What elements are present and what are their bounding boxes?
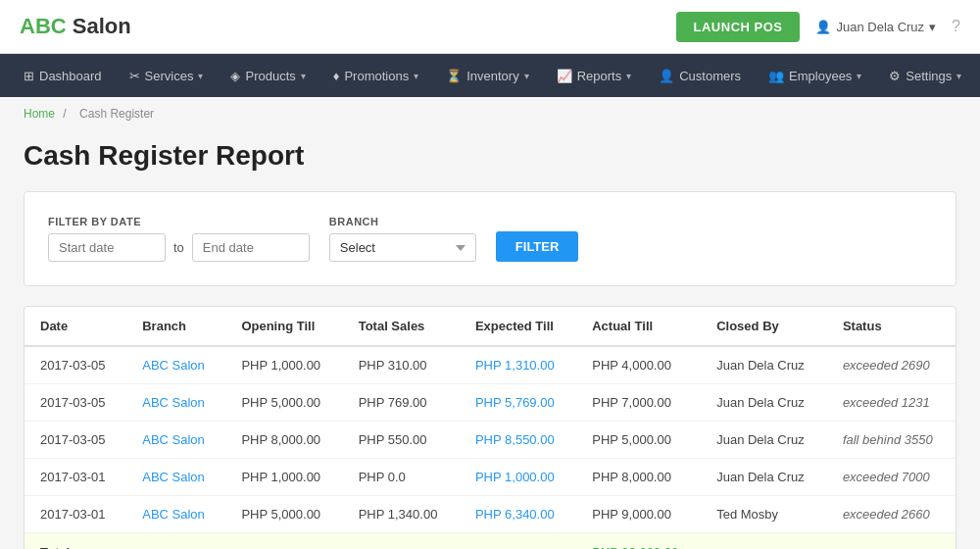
nav-item-products[interactable]: ◈ Products ▾	[217, 54, 318, 97]
cell-sales: PHP 310.00	[343, 346, 460, 384]
user-arrow-icon: ▾	[929, 20, 936, 34]
cell-actual: PHP 7,000.00	[576, 384, 701, 422]
nav-item-services[interactable]: ✂ Services ▾	[116, 54, 218, 97]
date-filter-label: FILTER BY DATE	[48, 216, 310, 227]
nav-item-dashboard[interactable]: ⊞ Dashboard	[10, 54, 116, 97]
start-date-input[interactable]	[48, 233, 166, 262]
col-header-expected: Expected Till	[460, 307, 576, 346]
cell-branch: ABC Salon	[126, 459, 225, 496]
total-label: Total	[24, 533, 126, 550]
cell-opening: PHP 8,000.00	[225, 422, 342, 459]
cell-date: 2017-03-05	[24, 422, 126, 459]
cell-opening: PHP 1,000.00	[225, 459, 342, 496]
table-card: Date Branch Opening Till Total Sales Exp…	[24, 306, 956, 549]
customers-icon: 👤	[659, 69, 674, 83]
breadcrumb-separator: /	[63, 107, 66, 121]
cell-actual: PHP 4,000.00	[576, 346, 701, 384]
cell-date: 2017-03-05	[24, 346, 126, 384]
col-header-date: Date	[24, 307, 126, 346]
table-row: 2017-03-05 ABC Salon PHP 5,000.00 PHP 76…	[24, 384, 956, 422]
nav-label-products: Products	[245, 69, 295, 83]
cell-actual: PHP 8,000.00	[576, 459, 701, 496]
topbar-right: LAUNCH POS 👤 Juan Dela Cruz ▾ ?	[676, 12, 960, 42]
cell-closed-by: Juan Dela Cruz	[701, 346, 827, 384]
chevron-down-icon: ▾	[857, 71, 861, 81]
breadcrumb-home[interactable]: Home	[24, 107, 55, 121]
date-filter-group: FILTER BY DATE to	[48, 216, 310, 262]
nav-label-settings: Settings	[906, 69, 952, 83]
cell-status: fall behind 3550	[827, 422, 956, 459]
total-empty-4	[460, 533, 576, 550]
cell-branch: ABC Salon	[126, 384, 225, 422]
cell-branch: ABC Salon	[126, 422, 225, 459]
cell-sales: PHP 1,340.00	[343, 496, 460, 533]
cell-branch: ABC Salon	[126, 496, 225, 533]
table-row: 2017-03-05 ABC Salon PHP 1,000.00 PHP 31…	[24, 346, 956, 384]
nav-item-customers[interactable]: 👤 Customers	[645, 54, 755, 97]
cell-status: exceeded 2660	[827, 496, 956, 533]
cell-expected: PHP 5,769.00	[460, 384, 576, 422]
nav-label-services: Services	[145, 69, 194, 83]
logo: ABC Salon	[20, 14, 131, 39]
products-icon: ◈	[230, 69, 240, 83]
help-icon[interactable]: ?	[952, 18, 960, 35]
cell-actual: PHP 9,000.00	[576, 496, 701, 533]
cell-actual: PHP 5,000.00	[576, 422, 701, 459]
branch-filter-label: BRANCH	[329, 216, 476, 227]
user-menu[interactable]: 👤 Juan Dela Cruz ▾	[815, 20, 936, 34]
nav-item-employees[interactable]: 👥 Employees ▾	[755, 54, 875, 97]
cell-status: exceeded 7000	[827, 459, 956, 496]
main-content: FILTER BY DATE to BRANCH Select ABC Salo…	[0, 191, 980, 549]
logo-salon: Salon	[67, 14, 131, 38]
logo-abc: ABC	[20, 14, 67, 38]
total-value: PHP 33,000.00	[576, 533, 701, 550]
chevron-down-icon: ▾	[524, 71, 529, 81]
total-empty-1	[126, 533, 225, 550]
nav-item-reports[interactable]: 📈 Reports ▾	[543, 54, 646, 97]
promotions-icon: ♦	[333, 69, 340, 83]
cell-expected: PHP 1,000.00	[460, 459, 576, 496]
cell-expected: PHP 8,550.00	[460, 422, 576, 459]
cell-opening: PHP 5,000.00	[225, 384, 342, 422]
launch-pos-button[interactable]: LAUNCH POS	[676, 12, 801, 42]
reports-icon: 📈	[557, 69, 572, 83]
cell-sales: PHP 550.00	[343, 422, 460, 459]
nav-item-settings[interactable]: ⚙ Settings ▾	[875, 54, 975, 97]
date-range: to	[48, 233, 310, 262]
total-empty-6	[827, 533, 956, 550]
cell-opening: PHP 1,000.00	[225, 346, 342, 384]
branch-select[interactable]: Select ABC Salon	[329, 233, 476, 262]
cell-closed-by: Juan Dela Cruz	[701, 384, 827, 422]
col-header-opening: Opening Till	[225, 307, 342, 346]
nav-label-reports: Reports	[577, 69, 622, 83]
branch-filter-group: BRANCH Select ABC Salon	[329, 216, 476, 262]
services-icon: ✂	[129, 69, 140, 83]
end-date-input[interactable]	[192, 233, 310, 262]
filter-button[interactable]: FILTER	[496, 231, 579, 262]
nav-item-inventory[interactable]: ⏳ Inventory ▾	[432, 54, 542, 97]
total-empty-3	[343, 533, 460, 550]
navbar: ⊞ Dashboard ✂ Services ▾ ◈ Products ▾ ♦ …	[0, 54, 980, 97]
chevron-down-icon: ▾	[414, 71, 418, 81]
cell-closed-by: Juan Dela Cruz	[701, 459, 827, 496]
employees-icon: 👥	[768, 69, 784, 83]
cell-status: exceeded 1231	[827, 384, 956, 422]
chevron-down-icon: ▾	[626, 71, 631, 81]
cell-opening: PHP 5,000.00	[225, 496, 342, 533]
breadcrumb: Home / Cash Register	[0, 97, 980, 130]
table-row: 2017-03-01 ABC Salon PHP 1,000.00 PHP 0.…	[24, 459, 956, 496]
chevron-down-icon: ▾	[301, 71, 306, 81]
cell-sales: PHP 769.00	[343, 384, 460, 422]
table-row: 2017-03-05 ABC Salon PHP 8,000.00 PHP 55…	[24, 422, 956, 459]
cell-date: 2017-03-01	[24, 496, 126, 533]
cell-branch: ABC Salon	[126, 346, 225, 384]
breadcrumb-current: Cash Register	[79, 107, 154, 121]
nav-label-promotions: Promotions	[344, 69, 409, 83]
cell-date: 2017-03-01	[24, 459, 126, 496]
inventory-icon: ⏳	[446, 69, 462, 83]
cell-expected: PHP 1,310.00	[460, 346, 576, 384]
col-header-sales: Total Sales	[343, 307, 460, 346]
nav-label-employees: Employees	[789, 69, 852, 83]
nav-item-promotions[interactable]: ♦ Promotions ▾	[319, 54, 432, 97]
total-empty-2	[225, 533, 342, 550]
